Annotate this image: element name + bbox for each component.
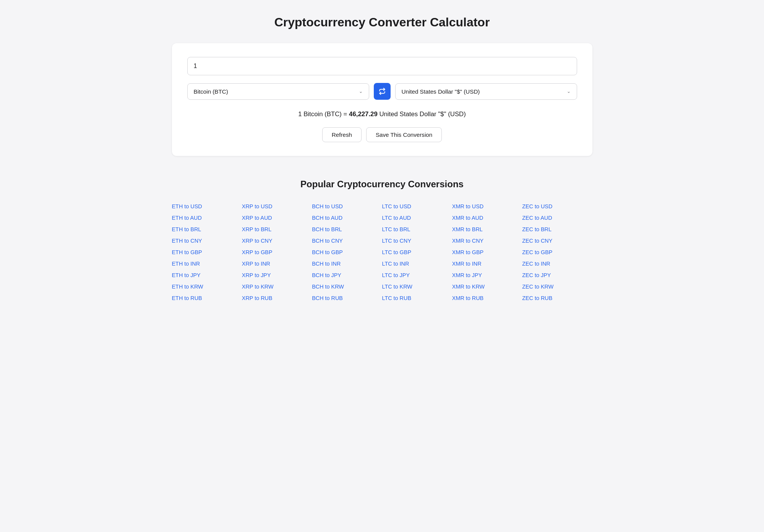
conversion-link[interactable]: LTC to KRW: [382, 282, 452, 291]
conversion-link[interactable]: ETH to INR: [172, 259, 242, 268]
amount-input[interactable]: [187, 57, 577, 75]
conversion-link[interactable]: LTC to AUD: [382, 213, 452, 222]
conversion-link[interactable]: ZEC to BRL: [522, 225, 592, 234]
conversion-link[interactable]: ZEC to CNY: [522, 236, 592, 245]
conversion-link[interactable]: XRP to KRW: [242, 282, 312, 291]
conversion-link[interactable]: ETH to CNY: [172, 236, 242, 245]
conversion-link[interactable]: LTC to JPY: [382, 271, 452, 280]
conversion-link[interactable]: XRP to CNY: [242, 236, 312, 245]
result-value: 46,227.29: [349, 110, 378, 118]
conversion-link[interactable]: BCH to RUB: [312, 294, 382, 303]
conversion-link[interactable]: XRP to GBP: [242, 248, 312, 257]
conversion-link[interactable]: ETH to RUB: [172, 294, 242, 303]
conversion-link[interactable]: XRP to BRL: [242, 225, 312, 234]
result-row: 1 Bitcoin (BTC) = 46,227.29 United State…: [187, 110, 577, 118]
converter-card: Bitcoin (BTC) ⌄ United States Dollar "$"…: [172, 43, 592, 156]
conversion-link[interactable]: XMR to INR: [452, 259, 522, 268]
from-currency-label: Bitcoin (BTC): [194, 88, 359, 95]
page-title: Cryptocurrency Converter Calculator: [23, 15, 741, 29]
conversion-link[interactable]: BCH to GBP: [312, 248, 382, 257]
conversion-link[interactable]: XMR to USD: [452, 202, 522, 211]
conversion-link[interactable]: LTC to BRL: [382, 225, 452, 234]
conversion-link[interactable]: XRP to JPY: [242, 271, 312, 280]
from-currency-chevron-icon: ⌄: [359, 89, 363, 94]
popular-title: Popular Cryptocurrency Conversions: [172, 179, 592, 190]
conversions-grid: ETH to USDXRP to USDBCH to USDLTC to USD…: [172, 202, 592, 303]
conversion-link[interactable]: ETH to BRL: [172, 225, 242, 234]
to-currency-select[interactable]: United States Dollar "$" (USD) ⌄: [395, 83, 577, 100]
conversion-link[interactable]: XRP to RUB: [242, 294, 312, 303]
result-to-label: United States Dollar "$" (USD): [379, 110, 466, 118]
conversion-link[interactable]: XRP to INR: [242, 259, 312, 268]
conversion-link[interactable]: XMR to AUD: [452, 213, 522, 222]
conversion-link[interactable]: XMR to JPY: [452, 271, 522, 280]
conversion-link[interactable]: ZEC to INR: [522, 259, 592, 268]
to-currency-label: United States Dollar "$" (USD): [402, 88, 567, 95]
conversion-link[interactable]: BCH to CNY: [312, 236, 382, 245]
conversion-link[interactable]: ZEC to RUB: [522, 294, 592, 303]
conversion-link[interactable]: ETH to JPY: [172, 271, 242, 280]
conversion-link[interactable]: XMR to GBP: [452, 248, 522, 257]
conversion-link[interactable]: ETH to GBP: [172, 248, 242, 257]
conversion-link[interactable]: ZEC to AUD: [522, 213, 592, 222]
conversion-link[interactable]: ETH to AUD: [172, 213, 242, 222]
from-currency-select[interactable]: Bitcoin (BTC) ⌄: [187, 83, 369, 100]
conversion-link[interactable]: BCH to USD: [312, 202, 382, 211]
conversion-link[interactable]: LTC to CNY: [382, 236, 452, 245]
result-from-label: 1 Bitcoin (BTC): [298, 110, 342, 118]
conversion-link[interactable]: LTC to GBP: [382, 248, 452, 257]
conversion-link[interactable]: XRP to USD: [242, 202, 312, 211]
save-conversion-button[interactable]: Save This Conversion: [366, 127, 442, 142]
conversion-link[interactable]: LTC to RUB: [382, 294, 452, 303]
conversion-link[interactable]: BCH to BRL: [312, 225, 382, 234]
conversion-link[interactable]: XMR to CNY: [452, 236, 522, 245]
conversion-link[interactable]: LTC to INR: [382, 259, 452, 268]
conversion-link[interactable]: LTC to USD: [382, 202, 452, 211]
conversion-link[interactable]: ZEC to KRW: [522, 282, 592, 291]
refresh-button[interactable]: Refresh: [322, 127, 362, 142]
result-equals: =: [344, 110, 349, 118]
conversion-link[interactable]: ZEC to JPY: [522, 271, 592, 280]
conversion-link[interactable]: ZEC to USD: [522, 202, 592, 211]
swap-button[interactable]: [374, 83, 391, 100]
action-buttons: Refresh Save This Conversion: [187, 127, 577, 142]
conversion-link[interactable]: BCH to JPY: [312, 271, 382, 280]
conversion-link[interactable]: BCH to KRW: [312, 282, 382, 291]
conversion-link[interactable]: XMR to KRW: [452, 282, 522, 291]
conversion-link[interactable]: ETH to KRW: [172, 282, 242, 291]
selectors-row: Bitcoin (BTC) ⌄ United States Dollar "$"…: [187, 83, 577, 100]
conversion-link[interactable]: XRP to AUD: [242, 213, 312, 222]
popular-section: Popular Cryptocurrency Conversions ETH t…: [172, 179, 592, 303]
conversion-link[interactable]: ETH to USD: [172, 202, 242, 211]
conversion-link[interactable]: XMR to RUB: [452, 294, 522, 303]
conversion-link[interactable]: XMR to BRL: [452, 225, 522, 234]
to-currency-chevron-icon: ⌄: [567, 89, 571, 94]
swap-icon: [379, 88, 386, 95]
conversion-link[interactable]: BCH to AUD: [312, 213, 382, 222]
conversion-link[interactable]: BCH to INR: [312, 259, 382, 268]
conversion-link[interactable]: ZEC to GBP: [522, 248, 592, 257]
